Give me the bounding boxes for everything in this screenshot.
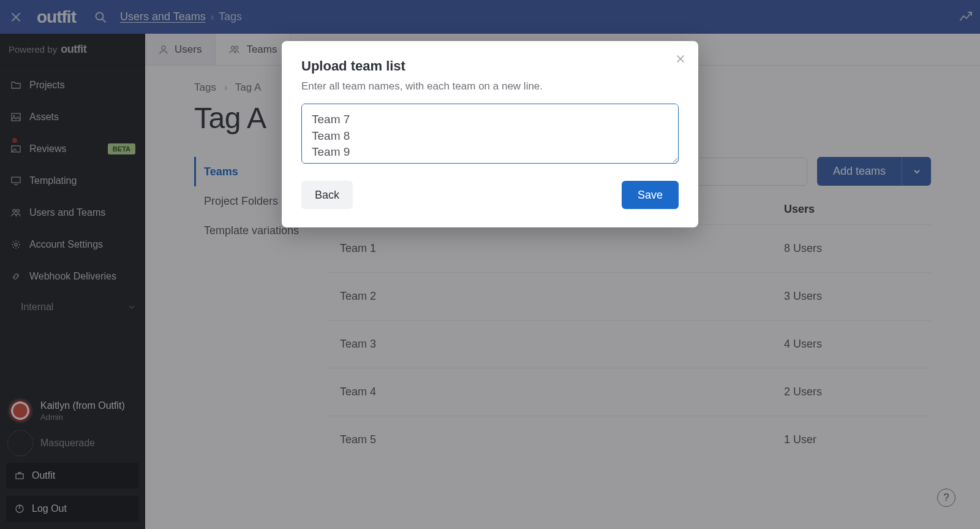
modal-title: Upload team list: [301, 58, 679, 74]
close-icon: [676, 55, 685, 63]
modal-close-button[interactable]: [676, 55, 685, 63]
team-list-textarea[interactable]: [301, 104, 679, 164]
back-button[interactable]: Back: [301, 181, 353, 209]
upload-team-list-modal: Upload team list Enter all team names, w…: [282, 41, 698, 227]
save-button[interactable]: Save: [622, 181, 679, 209]
modal-description: Enter all team names, with each team on …: [301, 80, 679, 93]
